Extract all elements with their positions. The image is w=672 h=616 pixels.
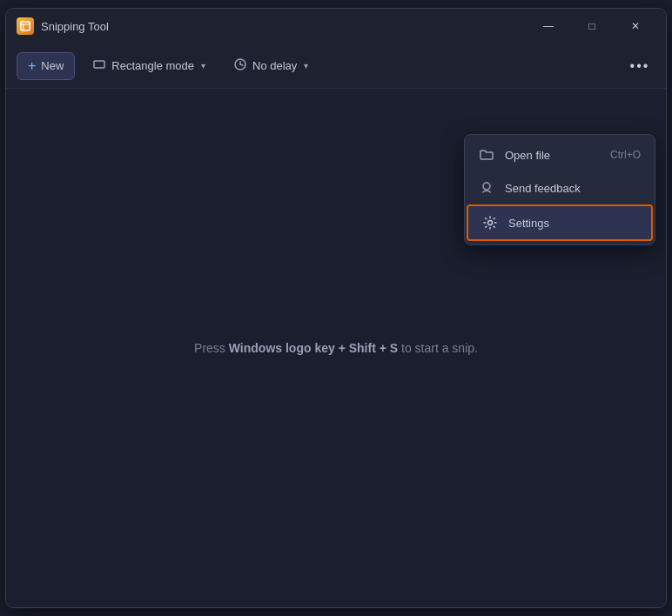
folder-icon <box>479 147 494 163</box>
svg-point-7 <box>483 183 490 190</box>
app-window: Snipping Tool — □ ✕ + New Rectangle mode… <box>5 8 667 608</box>
svg-rect-0 <box>21 22 30 30</box>
title-bar: Snipping Tool — □ ✕ <box>6 9 666 44</box>
rectangle-mode-label: Rectangle mode <box>111 59 194 72</box>
no-delay-label: No delay <box>252 59 297 72</box>
svg-point-8 <box>488 221 493 225</box>
toolbar: + New Rectangle mode ▾ No delay <box>6 44 666 89</box>
hint-text: Press Windows logo key + Shift + S to st… <box>194 341 478 355</box>
send-feedback-label: Send feedback <box>505 182 641 195</box>
maximize-button[interactable]: □ <box>572 12 612 40</box>
feedback-icon <box>479 180 494 196</box>
app-icon <box>17 17 34 35</box>
open-file-shortcut: Ctrl+O <box>610 149 641 161</box>
svg-line-6 <box>240 64 243 65</box>
svg-rect-3 <box>94 61 104 68</box>
more-dots-icon: ••• <box>630 58 650 74</box>
new-button-label: New <box>41 59 64 72</box>
rectangle-mode-button[interactable]: Rectangle mode ▾ <box>82 52 216 79</box>
settings-label: Settings <box>508 217 637 230</box>
main-content: Press Windows logo key + Shift + S to st… <box>6 89 666 607</box>
close-button[interactable]: ✕ <box>615 12 655 40</box>
app-title: Snipping Tool <box>41 20 109 33</box>
dropdown-menu: Open file Ctrl+O Send feedback <box>464 134 655 245</box>
rectangle-mode-chevron-icon: ▾ <box>201 61 205 70</box>
menu-item-settings[interactable]: Settings <box>467 204 653 241</box>
more-options-button[interactable]: ••• <box>624 50 655 82</box>
menu-item-open-file[interactable]: Open file Ctrl+O <box>465 138 655 171</box>
plus-icon: + <box>28 58 36 74</box>
title-bar-left: Snipping Tool <box>17 17 109 35</box>
open-file-label: Open file <box>505 149 600 162</box>
new-button[interactable]: + New <box>17 52 75 80</box>
gear-icon <box>482 215 498 231</box>
minimize-button[interactable]: — <box>528 12 568 40</box>
title-bar-controls: — □ ✕ <box>528 12 655 40</box>
menu-item-send-feedback[interactable]: Send feedback <box>465 171 655 204</box>
no-delay-chevron-icon: ▾ <box>304 61 308 70</box>
rectangle-icon <box>92 57 106 74</box>
clock-icon <box>233 57 247 74</box>
no-delay-button[interactable]: No delay ▾ <box>223 52 319 79</box>
hint-bold: Windows logo key + Shift + S <box>229 341 398 355</box>
